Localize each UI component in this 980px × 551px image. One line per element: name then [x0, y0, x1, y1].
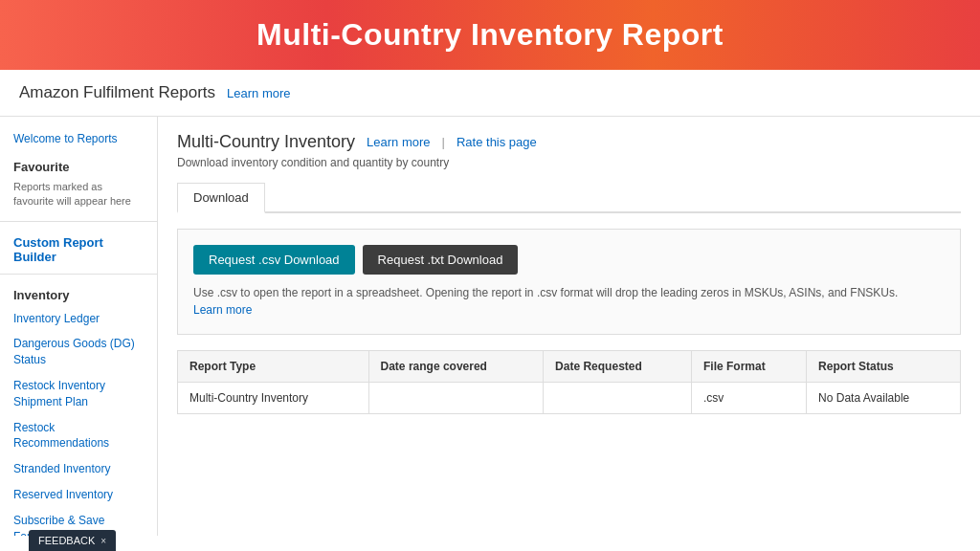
feedback-label: FEEDBACK: [38, 535, 95, 546]
sidebar-custom-builder-label: Custom Report Builder: [0, 228, 157, 268]
page-header: Multi-Country Inventory Report: [0, 0, 980, 70]
breadcrumb-bar: Amazon Fulfilment Reports Learn more: [0, 70, 980, 117]
sidebar-item-inventory-ledger[interactable]: Inventory Ledger: [0, 306, 157, 332]
table-row: Multi-Country Inventory .csv No Data Ava…: [178, 383, 961, 414]
sidebar-favourite-label: Favourite: [0, 152, 157, 178]
button-group: Request .csv Download Request .txt Downl…: [193, 245, 945, 275]
feedback-button[interactable]: FEEDBACK ×: [29, 530, 116, 551]
download-learn-more[interactable]: Learn more: [193, 303, 252, 317]
breadcrumb-title: Amazon Fulfilment Reports: [19, 83, 215, 102]
main-layout: Welcome to Reports Favourite Reports mar…: [0, 117, 980, 536]
sidebar-inventory-label: Inventory: [0, 280, 157, 306]
sidebar-item-dangerous-goods[interactable]: Dangerous Goods (DG) Status: [0, 331, 157, 373]
cell-report-type: Multi-Country Inventory: [178, 383, 369, 414]
sidebar: Welcome to Reports Favourite Reports mar…: [0, 117, 158, 536]
sidebar-item-restock-shipment[interactable]: Restock Inventory Shipment Plan: [0, 373, 157, 415]
col-file-format: File Format: [692, 351, 807, 383]
col-report-status: Report Status: [807, 351, 961, 383]
sidebar-divider-2: [0, 274, 157, 275]
feedback-close-icon[interactable]: ×: [100, 536, 106, 546]
sidebar-favourite-desc: Reports marked as favourite will appear …: [0, 178, 157, 215]
report-table: Report Type Date range covered Date Requ…: [177, 350, 961, 414]
request-txt-button[interactable]: Request .txt Download: [363, 245, 519, 275]
content-learn-more[interactable]: Learn more: [367, 135, 430, 149]
content-subtitle: Download inventory condition and quantit…: [177, 156, 961, 169]
col-date-requested: Date Requested: [544, 351, 692, 383]
tabs-container: Download: [177, 183, 961, 213]
sidebar-item-reserved[interactable]: Reserved Inventory: [0, 482, 157, 508]
cell-date-range: [368, 383, 544, 414]
breadcrumb-learn-more[interactable]: Learn more: [227, 86, 290, 100]
sidebar-item-welcome[interactable]: Welcome to Reports: [0, 126, 157, 152]
content-header: Multi-Country Inventory Learn more | Rat…: [177, 132, 961, 152]
sidebar-item-stranded[interactable]: Stranded Inventory: [0, 456, 157, 482]
table-header-row: Report Type Date range covered Date Requ…: [178, 351, 961, 383]
download-section: Request .csv Download Request .txt Downl…: [177, 229, 961, 335]
cell-report-status: No Data Available: [807, 383, 961, 414]
content-separator: |: [442, 135, 445, 149]
sidebar-item-restock-recommendations[interactable]: Restock Recommendations: [0, 415, 157, 457]
col-date-range: Date range covered: [368, 351, 544, 383]
col-report-type: Report Type: [178, 351, 369, 383]
content-title: Multi-Country Inventory: [177, 132, 355, 152]
request-csv-button[interactable]: Request .csv Download: [193, 245, 355, 275]
page-title: Multi-Country Inventory Report: [19, 17, 961, 53]
download-info-text: Use .csv to open the report in a spreads…: [193, 284, 945, 319]
content-area: Multi-Country Inventory Learn more | Rat…: [158, 117, 980, 536]
tab-download[interactable]: Download: [177, 183, 265, 213]
sidebar-divider-1: [0, 221, 157, 222]
cell-file-format: .csv: [692, 383, 807, 414]
content-rate-link[interactable]: Rate this page: [457, 135, 537, 149]
cell-date-requested: [544, 383, 692, 414]
